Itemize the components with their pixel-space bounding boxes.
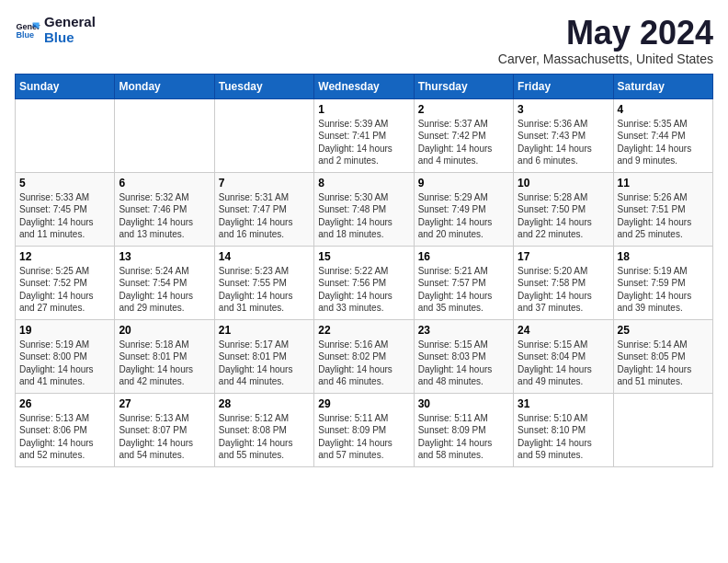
day-header-sunday: Sunday: [16, 74, 115, 98]
day-info: Sunrise: 5:12 AM Sunset: 8:08 PM Dayligh…: [219, 412, 310, 462]
week-row-5: 26Sunrise: 5:13 AM Sunset: 8:06 PM Dayli…: [16, 393, 713, 466]
day-info: Sunrise: 5:10 AM Sunset: 8:10 PM Dayligh…: [518, 412, 609, 462]
day-info: Sunrise: 5:35 AM Sunset: 7:44 PM Dayligh…: [618, 118, 709, 167]
day-number: 11: [618, 177, 709, 190]
day-number: 2: [418, 103, 509, 116]
logo-line1: General: [44, 15, 96, 30]
day-number: 12: [19, 250, 110, 263]
day-info: Sunrise: 5:15 AM Sunset: 8:03 PM Dayligh…: [418, 339, 509, 388]
day-info: Sunrise: 5:19 AM Sunset: 7:59 PM Dayligh…: [618, 265, 709, 315]
day-number: 26: [19, 397, 110, 410]
calendar-cell: 20Sunrise: 5:18 AM Sunset: 8:01 PM Dayli…: [115, 319, 214, 393]
day-number: 3: [518, 103, 609, 116]
calendar-cell: 28Sunrise: 5:12 AM Sunset: 8:08 PM Dayli…: [214, 393, 313, 466]
calendar-cell: 3Sunrise: 5:36 AM Sunset: 7:43 PM Daylig…: [514, 98, 613, 172]
day-info: Sunrise: 5:19 AM Sunset: 8:00 PM Dayligh…: [19, 339, 110, 388]
day-number: 4: [618, 103, 709, 116]
calendar-cell: 29Sunrise: 5:11 AM Sunset: 8:09 PM Dayli…: [314, 393, 414, 466]
week-row-3: 12Sunrise: 5:25 AM Sunset: 7:52 PM Dayli…: [16, 246, 713, 319]
day-number: 7: [219, 177, 310, 190]
logo-line2: Blue: [44, 30, 96, 46]
day-info: Sunrise: 5:16 AM Sunset: 8:02 PM Dayligh…: [318, 339, 409, 388]
day-header-saturday: Saturday: [613, 74, 712, 98]
day-header-row: SundayMondayTuesdayWednesdayThursdayFrid…: [16, 74, 713, 98]
day-number: 19: [19, 324, 110, 337]
day-info: Sunrise: 5:13 AM Sunset: 8:06 PM Dayligh…: [19, 412, 110, 462]
day-info: Sunrise: 5:39 AM Sunset: 7:41 PM Dayligh…: [318, 118, 409, 167]
day-number: 20: [119, 324, 210, 337]
day-info: Sunrise: 5:28 AM Sunset: 7:50 PM Dayligh…: [518, 191, 609, 241]
day-number: 24: [518, 324, 609, 337]
day-info: Sunrise: 5:15 AM Sunset: 8:04 PM Dayligh…: [518, 339, 609, 388]
calendar-cell: 12Sunrise: 5:25 AM Sunset: 7:52 PM Dayli…: [16, 246, 115, 319]
day-number: 9: [418, 177, 509, 190]
week-row-2: 5Sunrise: 5:33 AM Sunset: 7:45 PM Daylig…: [16, 172, 713, 246]
day-number: 28: [219, 397, 310, 410]
day-header-friday: Friday: [514, 74, 613, 98]
calendar-cell: 14Sunrise: 5:23 AM Sunset: 7:55 PM Dayli…: [214, 246, 313, 319]
day-number: 27: [119, 397, 210, 410]
logo-icon: General Blue: [15, 17, 40, 43]
day-info: Sunrise: 5:29 AM Sunset: 7:49 PM Dayligh…: [418, 191, 509, 241]
calendar-cell: 18Sunrise: 5:19 AM Sunset: 7:59 PM Dayli…: [613, 246, 712, 319]
day-info: Sunrise: 5:36 AM Sunset: 7:43 PM Dayligh…: [518, 118, 609, 167]
calendar-cell: 24Sunrise: 5:15 AM Sunset: 8:04 PM Dayli…: [514, 319, 613, 393]
day-info: Sunrise: 5:11 AM Sunset: 8:09 PM Dayligh…: [418, 412, 509, 462]
calendar-cell: [16, 98, 115, 172]
calendar-cell: [613, 393, 712, 466]
svg-text:Blue: Blue: [16, 30, 34, 40]
calendar-cell: 27Sunrise: 5:13 AM Sunset: 8:07 PM Dayli…: [115, 393, 214, 466]
day-info: Sunrise: 5:24 AM Sunset: 7:54 PM Dayligh…: [119, 265, 210, 315]
day-number: 16: [418, 250, 509, 263]
location: Carver, Massachusetts, United States: [498, 52, 713, 66]
calendar-cell: 5Sunrise: 5:33 AM Sunset: 7:45 PM Daylig…: [16, 172, 115, 246]
calendar-cell: [214, 98, 313, 172]
calendar-cell: 2Sunrise: 5:37 AM Sunset: 7:42 PM Daylig…: [414, 98, 513, 172]
day-header-tuesday: Tuesday: [214, 74, 313, 98]
day-number: 29: [318, 397, 409, 410]
day-header-wednesday: Wednesday: [314, 74, 414, 98]
day-info: Sunrise: 5:20 AM Sunset: 7:58 PM Dayligh…: [518, 265, 609, 315]
day-info: Sunrise: 5:23 AM Sunset: 7:55 PM Dayligh…: [219, 265, 310, 315]
day-number: 14: [219, 250, 310, 263]
day-info: Sunrise: 5:33 AM Sunset: 7:45 PM Dayligh…: [19, 191, 110, 241]
day-number: 23: [418, 324, 509, 337]
day-info: Sunrise: 5:18 AM Sunset: 8:01 PM Dayligh…: [119, 339, 210, 388]
logo: General Blue General Blue: [15, 15, 96, 45]
page-header: General Blue General Blue May 2024 Carve…: [15, 15, 713, 66]
day-info: Sunrise: 5:37 AM Sunset: 7:42 PM Dayligh…: [418, 118, 509, 167]
calendar-cell: 22Sunrise: 5:16 AM Sunset: 8:02 PM Dayli…: [314, 319, 414, 393]
day-info: Sunrise: 5:31 AM Sunset: 7:47 PM Dayligh…: [219, 191, 310, 241]
day-info: Sunrise: 5:17 AM Sunset: 8:01 PM Dayligh…: [219, 339, 310, 388]
day-info: Sunrise: 5:30 AM Sunset: 7:48 PM Dayligh…: [318, 191, 409, 241]
day-number: 1: [318, 103, 409, 116]
day-header-monday: Monday: [115, 74, 214, 98]
day-info: Sunrise: 5:26 AM Sunset: 7:51 PM Dayligh…: [618, 191, 709, 241]
calendar-cell: 25Sunrise: 5:14 AM Sunset: 8:05 PM Dayli…: [613, 319, 712, 393]
day-number: 17: [518, 250, 609, 263]
calendar-cell: 11Sunrise: 5:26 AM Sunset: 7:51 PM Dayli…: [613, 172, 712, 246]
calendar-cell: 23Sunrise: 5:15 AM Sunset: 8:03 PM Dayli…: [414, 319, 513, 393]
day-header-thursday: Thursday: [414, 74, 513, 98]
calendar-cell: 26Sunrise: 5:13 AM Sunset: 8:06 PM Dayli…: [16, 393, 115, 466]
day-info: Sunrise: 5:13 AM Sunset: 8:07 PM Dayligh…: [119, 412, 210, 462]
calendar-cell: 19Sunrise: 5:19 AM Sunset: 8:00 PM Dayli…: [16, 319, 115, 393]
calendar-cell: 13Sunrise: 5:24 AM Sunset: 7:54 PM Dayli…: [115, 246, 214, 319]
day-info: Sunrise: 5:11 AM Sunset: 8:09 PM Dayligh…: [318, 412, 409, 462]
title-block: May 2024 Carver, Massachusetts, United S…: [498, 15, 713, 66]
calendar-cell: 31Sunrise: 5:10 AM Sunset: 8:10 PM Dayli…: [514, 393, 613, 466]
calendar-cell: 15Sunrise: 5:22 AM Sunset: 7:56 PM Dayli…: [314, 246, 414, 319]
calendar-cell: 7Sunrise: 5:31 AM Sunset: 7:47 PM Daylig…: [214, 172, 313, 246]
calendar-cell: 21Sunrise: 5:17 AM Sunset: 8:01 PM Dayli…: [214, 319, 313, 393]
day-info: Sunrise: 5:25 AM Sunset: 7:52 PM Dayligh…: [19, 265, 110, 315]
calendar-cell: 17Sunrise: 5:20 AM Sunset: 7:58 PM Dayli…: [514, 246, 613, 319]
calendar-cell: 6Sunrise: 5:32 AM Sunset: 7:46 PM Daylig…: [115, 172, 214, 246]
day-info: Sunrise: 5:32 AM Sunset: 7:46 PM Dayligh…: [119, 191, 210, 241]
calendar-cell: 30Sunrise: 5:11 AM Sunset: 8:09 PM Dayli…: [414, 393, 513, 466]
day-number: 18: [618, 250, 709, 263]
calendar-cell: 16Sunrise: 5:21 AM Sunset: 7:57 PM Dayli…: [414, 246, 513, 319]
month-title: May 2024: [498, 15, 713, 52]
calendar-cell: [115, 98, 214, 172]
calendar-cell: 8Sunrise: 5:30 AM Sunset: 7:48 PM Daylig…: [314, 172, 414, 246]
calendar-cell: 9Sunrise: 5:29 AM Sunset: 7:49 PM Daylig…: [414, 172, 513, 246]
